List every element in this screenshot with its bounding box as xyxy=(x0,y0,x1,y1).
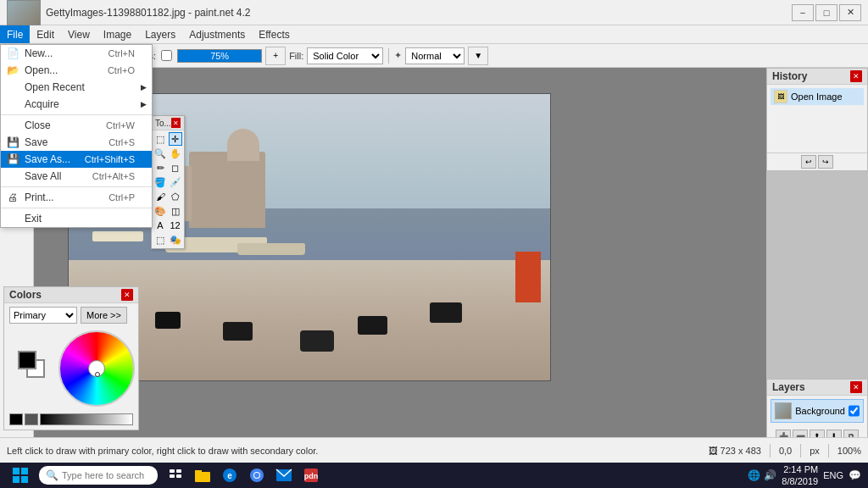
svg-rect-1 xyxy=(21,468,28,474)
search-input[interactable] xyxy=(62,470,147,480)
taskbar-chrome[interactable] xyxy=(244,464,270,486)
color-wheel-container xyxy=(4,325,138,412)
menu-adjustments[interactable]: Adjustments xyxy=(182,25,252,43)
layer-visibility-checkbox[interactable] xyxy=(849,405,860,417)
menu-item-print[interactable]: 🖨 Print... Ctrl+P xyxy=(1,189,152,206)
blend-select[interactable]: Normal xyxy=(405,47,465,64)
svg-rect-6 xyxy=(170,474,175,478)
menu-item-close[interactable]: Close Ctrl+W xyxy=(1,117,152,134)
print-label: Print... xyxy=(25,191,54,203)
volume-icon[interactable]: 🔊 xyxy=(764,469,776,481)
dropdown-sep-3 xyxy=(1,208,152,208)
toolbar-sep-3 xyxy=(388,48,389,64)
color-wheel[interactable] xyxy=(58,330,135,407)
color-small-btns xyxy=(4,412,138,427)
gradient-bar[interactable] xyxy=(40,413,133,425)
layers-close-button[interactable]: ✕ xyxy=(850,381,862,393)
history-title: History xyxy=(772,70,807,82)
taskbar-edge[interactable]: e xyxy=(217,464,242,486)
close-label: Close xyxy=(25,119,51,131)
menu-item-save[interactable]: 💾 Save Ctrl+S xyxy=(1,134,152,151)
acquire-icon xyxy=(6,98,19,110)
menu-item-save-all[interactable]: Save All Ctrl+Alt+S xyxy=(1,168,152,185)
tools-grid: ⬚ ✛ 🔍 ✋ ✏ ◻ 🪣 💉 🖌 ⬠ 🎨 ◫ A 12 ⬚ 🎭 xyxy=(152,130,184,248)
minimize-button[interactable]: − xyxy=(792,4,814,21)
tool-select-rect[interactable]: ⬚ xyxy=(153,132,167,146)
taskbar-task-view[interactable] xyxy=(163,464,188,486)
network-icon[interactable]: 🌐 xyxy=(748,469,760,481)
status-left-text: Left click to draw with primary color, r… xyxy=(7,446,692,456)
layers-title: Layers xyxy=(772,381,805,393)
status-zoom: 100% xyxy=(837,446,861,456)
lang-icon[interactable]: ENG xyxy=(823,470,843,480)
fill-select[interactable]: Solid Color xyxy=(307,47,383,64)
close-button[interactable]: ✕ xyxy=(839,4,861,21)
taskbar-paintnet[interactable]: pdn xyxy=(298,464,324,486)
menu-item-acquire[interactable]: Acquire xyxy=(1,96,152,113)
color-swatch-black[interactable] xyxy=(9,413,23,425)
maximize-button[interactable]: □ xyxy=(815,4,837,21)
open-recent-icon xyxy=(6,81,19,93)
taskbar-app-icons: e pdn xyxy=(163,464,324,486)
tool-gradient[interactable]: ◫ xyxy=(169,204,182,218)
tool-clone[interactable]: ⬠ xyxy=(169,190,182,203)
undo-button[interactable]: ↩ xyxy=(801,155,816,169)
tool-brush[interactable]: 🖌 xyxy=(153,190,167,203)
tool-recolor[interactable]: 🎨 xyxy=(153,204,167,218)
menu-view[interactable]: View xyxy=(61,25,97,43)
tool-pan[interactable]: ✋ xyxy=(169,147,182,160)
save-shortcut: Ctrl+S xyxy=(108,137,135,147)
tool-eraser[interactable]: ◻ xyxy=(169,161,182,175)
svg-rect-4 xyxy=(170,469,175,473)
status-coords: 0,0 xyxy=(779,446,792,456)
hardness-bar[interactable]: 75% xyxy=(177,49,262,63)
tool-zoom[interactable]: 🔍 xyxy=(153,147,167,160)
tool-shapes[interactable]: 12 xyxy=(169,219,182,232)
menu-item-save-as[interactable]: 💾 Save As... Ctrl+Shift+S xyxy=(1,151,152,168)
colors-header: Colors ✕ xyxy=(4,287,138,303)
menu-effects[interactable]: Effects xyxy=(252,25,296,43)
taskbar-search[interactable]: 🔍 xyxy=(39,466,158,485)
menu-image[interactable]: Image xyxy=(97,25,138,43)
primary-select[interactable]: Primary xyxy=(9,307,77,324)
status-dimensions: 🖼 723 x 483 xyxy=(709,446,761,456)
taskbar-explorer[interactable] xyxy=(190,464,215,486)
taskbar-time-display[interactable]: 2:14 PM 8/8/2019 xyxy=(782,463,818,488)
start-button[interactable] xyxy=(3,464,37,486)
tool-extra2[interactable]: 🎭 xyxy=(169,233,182,247)
close-shortcut: Ctrl+W xyxy=(106,120,135,130)
menu-layers[interactable]: Layers xyxy=(138,25,182,43)
layer-item[interactable]: Background xyxy=(771,399,864,423)
cow5 xyxy=(430,302,462,323)
colors-title: Colors xyxy=(9,289,42,301)
tools-window-close-button[interactable]: ✕ xyxy=(171,118,181,128)
menu-edit[interactable]: Edit xyxy=(30,25,61,43)
redo-button[interactable]: ↪ xyxy=(818,155,833,169)
dropdown-sep-1 xyxy=(1,114,152,115)
menu-item-exit[interactable]: Exit xyxy=(1,210,152,227)
new-shortcut: Ctrl+N xyxy=(108,48,135,58)
tool-select-move[interactable]: ✛ xyxy=(169,132,182,146)
menu-file[interactable]: File xyxy=(0,25,30,43)
tool-text[interactable]: A xyxy=(153,219,167,232)
hardness-plus[interactable]: + xyxy=(265,47,286,65)
hardness-checkbox[interactable] xyxy=(161,50,172,61)
blend-more[interactable]: ▼ xyxy=(468,47,488,65)
menu-item-open[interactable]: 📂 Open... Ctrl+O xyxy=(1,62,152,79)
ground xyxy=(69,260,550,380)
history-item[interactable]: 🖼 Open Image xyxy=(771,88,864,105)
tools-window: To... ✕ ⬚ ✛ 🔍 ✋ ✏ ◻ 🪣 💉 🖌 ⬠ 🎨 ◫ A 12 ⬚ 🎭 xyxy=(151,115,185,249)
tool-pencil[interactable]: ✏ xyxy=(153,161,167,175)
color-swatch-foreground[interactable] xyxy=(18,351,36,369)
tool-extra1[interactable]: ⬚ xyxy=(153,233,167,247)
menu-item-open-recent[interactable]: Open Recent xyxy=(1,79,152,96)
menu-item-new[interactable]: 📄 New... Ctrl+N xyxy=(1,45,152,62)
notification-icon[interactable]: 💬 xyxy=(849,469,861,481)
colors-close-button[interactable]: ✕ xyxy=(121,289,133,301)
taskbar-mail[interactable] xyxy=(271,464,297,486)
tool-paint-bucket[interactable]: 🪣 xyxy=(153,175,167,189)
history-close-button[interactable]: ✕ xyxy=(850,70,862,82)
more-colors-button[interactable]: More >> xyxy=(81,307,127,324)
color-swatch-dark[interactable] xyxy=(25,413,38,425)
tool-color-picker[interactable]: 💉 xyxy=(169,175,182,189)
